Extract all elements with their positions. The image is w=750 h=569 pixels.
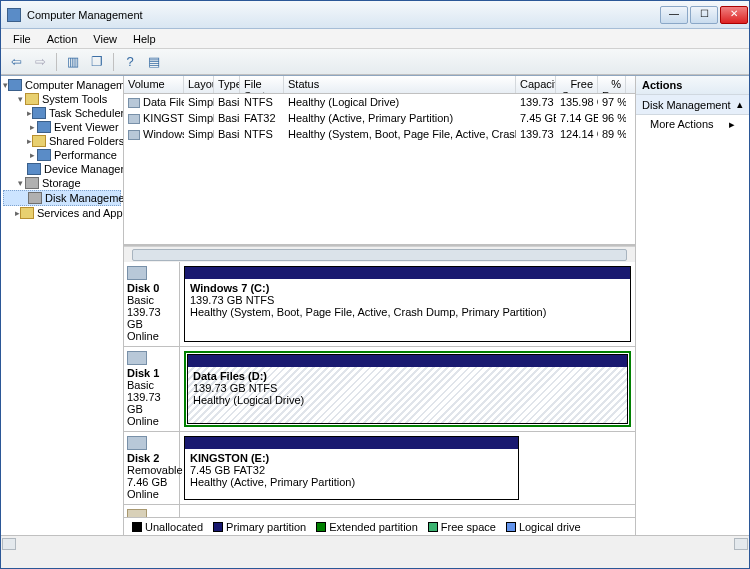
disk-row[interactable]: CD-ROM 0DVD (G:)No Media: [124, 505, 635, 517]
col-volume[interactable]: Volume: [124, 76, 184, 93]
tree-label: Computer Management (Local: [25, 79, 124, 91]
view-list-button[interactable]: ▤: [143, 51, 165, 73]
tree-label: Event Viewer: [54, 121, 119, 133]
window-title: Computer Management: [27, 9, 659, 21]
partition[interactable]: Windows 7 (C:)139.73 GB NTFSHealthy (Sys…: [184, 266, 631, 342]
forward-button[interactable]: ⇨: [29, 51, 51, 73]
tree-performance[interactable]: ▸Performance: [3, 148, 121, 162]
chevron-right-icon: ▸: [729, 118, 735, 131]
menu-bar: File Action View Help: [1, 29, 749, 49]
minimize-button[interactable]: —: [660, 6, 688, 24]
app-icon: [7, 8, 21, 22]
disk-row[interactable]: Disk 2Removable7.46 GBOnlineKINGSTON (E:…: [124, 432, 635, 505]
actions-header: Actions: [636, 76, 749, 95]
tree-disk-management[interactable]: Disk Management: [3, 190, 121, 206]
tree-services-apps[interactable]: ▸Services and Applications: [3, 206, 121, 220]
menu-view[interactable]: View: [85, 31, 125, 47]
legend: Unallocated Primary partition Extended p…: [124, 517, 635, 535]
tree-label: Disk Management: [45, 192, 124, 204]
volume-scrollbar[interactable]: [124, 246, 635, 262]
legend-logical: Logical drive: [519, 521, 581, 533]
legend-freespace: Free space: [441, 521, 496, 533]
partition[interactable]: KINGSTON (E:)7.45 GB FAT32Healthy (Activ…: [184, 436, 519, 500]
tree-system-tools[interactable]: ▾System Tools: [3, 92, 121, 106]
disk-row[interactable]: Disk 1Basic139.73 GBOnlineData Files (D:…: [124, 347, 635, 432]
tree-label: Storage: [42, 177, 81, 189]
disk-graphical-view[interactable]: Disk 0Basic139.73 GBOnlineWindows 7 (C:)…: [124, 262, 635, 517]
disk-icon: [127, 509, 147, 517]
actions-section[interactable]: Disk Management▴: [636, 95, 749, 115]
collapse-icon: ▴: [737, 98, 743, 111]
disk-icon: [127, 351, 147, 365]
tree-shared-folders[interactable]: ▸Shared Folders: [3, 134, 121, 148]
tree-label: System Tools: [42, 93, 107, 105]
back-button[interactable]: ⇦: [5, 51, 27, 73]
col-type[interactable]: Type: [214, 76, 240, 93]
status-scroll-left[interactable]: [2, 538, 16, 550]
col-capacity[interactable]: Capacity: [516, 76, 556, 93]
menu-action[interactable]: Action: [39, 31, 86, 47]
col-layout[interactable]: Layout: [184, 76, 214, 93]
status-bar: [1, 535, 749, 551]
disk-icon: [127, 436, 147, 450]
action-more[interactable]: More Actions▸: [636, 115, 749, 134]
legend-unallocated: Unallocated: [145, 521, 203, 533]
status-scroll-right[interactable]: [734, 538, 748, 550]
tree-storage[interactable]: ▾Storage: [3, 176, 121, 190]
show-hide-tree-button[interactable]: ▥: [62, 51, 84, 73]
help-button[interactable]: ?: [119, 51, 141, 73]
menu-help[interactable]: Help: [125, 31, 164, 47]
tree-label: Performance: [54, 149, 117, 161]
partition[interactable]: Data Files (D:)139.73 GB NTFSHealthy (Lo…: [184, 351, 631, 427]
close-button[interactable]: ✕: [720, 6, 748, 24]
col-pctfree[interactable]: % Free: [598, 76, 626, 93]
disk-row[interactable]: Disk 0Basic139.73 GBOnlineWindows 7 (C:)…: [124, 262, 635, 347]
refresh-button[interactable]: ❐: [86, 51, 108, 73]
legend-primary: Primary partition: [226, 521, 306, 533]
disk-icon: [127, 266, 147, 280]
title-bar: Computer Management — ☐ ✕: [1, 1, 749, 29]
volume-row[interactable]: KINGSTON (E:)SimpleBasicFAT32Healthy (Ac…: [124, 110, 635, 126]
tree-label: Shared Folders: [49, 135, 124, 147]
col-status[interactable]: Status: [284, 76, 516, 93]
col-filesystem[interactable]: File System: [240, 76, 284, 93]
main-content: Volume Layout Type File System Status Ca…: [124, 76, 635, 535]
volume-row[interactable]: Windows 7 (C:)SimpleBasicNTFSHealthy (Sy…: [124, 126, 635, 142]
volume-header-row[interactable]: Volume Layout Type File System Status Ca…: [124, 76, 635, 94]
actions-panel: Actions Disk Management▴ More Actions▸: [635, 76, 749, 535]
volume-row[interactable]: Data Files (D:)SimpleBasicNTFSHealthy (L…: [124, 94, 635, 110]
navigation-tree[interactable]: ▾Computer Management (Local ▾System Tool…: [1, 76, 124, 535]
menu-file[interactable]: File: [5, 31, 39, 47]
tree-task-scheduler[interactable]: ▸Task Scheduler: [3, 106, 121, 120]
maximize-button[interactable]: ☐: [690, 6, 718, 24]
legend-extended: Extended partition: [329, 521, 418, 533]
tree-label: Services and Applications: [37, 207, 124, 219]
tree-root[interactable]: ▾Computer Management (Local: [3, 78, 121, 92]
toolbar: ⇦ ⇨ ▥ ❐ ? ▤: [1, 49, 749, 75]
volume-list[interactable]: Volume Layout Type File System Status Ca…: [124, 76, 635, 246]
tree-label: Device Manager: [44, 163, 124, 175]
tree-label: Task Scheduler: [49, 107, 124, 119]
tree-device-manager[interactable]: Device Manager: [3, 162, 121, 176]
tree-event-viewer[interactable]: ▸Event Viewer: [3, 120, 121, 134]
col-freespace[interactable]: Free Space: [556, 76, 598, 93]
